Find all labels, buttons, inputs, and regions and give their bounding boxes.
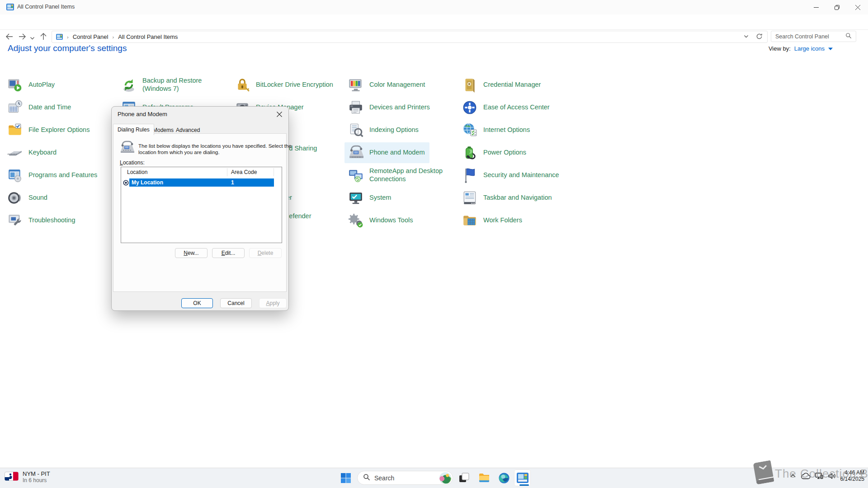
ease-of-access-icon [462,100,477,115]
control-panel-item-windows-tools[interactable]: Windows Tools [344,210,417,231]
active-app-indicator [519,484,529,486]
work-folders-icon [462,213,477,228]
radio-selected-icon[interactable] [123,179,129,188]
control-panel-app-icon [6,4,14,10]
restore-button[interactable] [826,0,847,14]
task-view-button[interactable] [456,469,472,486]
back-icon[interactable] [5,33,14,41]
phone-modem-icon [348,145,363,160]
page-title: Adjust your computer's settings [8,43,127,53]
search-icon[interactable] [845,33,852,40]
control-panel-item-date-and-time[interactable]: Date and Time [4,97,75,118]
cancel-button[interactable]: Cancel [220,298,252,308]
control-panel-item-phone-and-modem[interactable]: Phone and Modem [344,142,429,163]
view-by-control: View by: Large icons [769,45,833,52]
apply-button[interactable]: Apply [259,298,287,308]
location-row[interactable]: My Location1 [121,178,282,187]
breadcrumb-control-panel[interactable]: Control Panel [73,33,108,40]
view-by-dropdown-icon[interactable] [828,45,833,52]
control-panel-item-system[interactable]: System [344,188,396,208]
recent-locations-chevron-icon[interactable] [30,34,38,42]
item-label: Internet Options [483,126,530,134]
taskbar-clock[interactable]: 4:46 AM 6/14/2025 [840,469,864,482]
view-by-value[interactable]: Large icons [794,45,825,52]
control-panel-item-devices-and-printers[interactable]: Devices and Printers [344,97,434,118]
location-name: My Location [132,179,163,186]
hidden-icons-chevron-icon[interactable] [790,474,796,478]
control-panel-item-security-and-maintenance[interactable]: Security and Maintenance [458,165,564,186]
taskbar-search-box[interactable]: Search [357,471,453,485]
refresh-icon[interactable] [756,33,763,41]
breadcrumb-separator-icon: › [67,34,69,40]
control-panel-item-remoteapp-and-desktop-connections[interactable]: RemoteApp and Desktop Connections [344,165,448,186]
control-panel-item-autoplay[interactable]: AutoPlay [4,75,59,95]
tab-dialing-rules[interactable]: Dialing Rules [113,124,154,135]
new-button[interactable]: New... [175,248,208,258]
item-label: Work Folders [483,216,522,225]
column-location[interactable]: Location [127,169,147,175]
up-icon[interactable] [39,33,47,41]
devices-printers-icon [348,100,363,115]
system-icon [348,190,363,206]
item-label: RemoteApp and Desktop Connections [369,167,444,183]
volume-icon[interactable] [828,473,836,479]
column-divider[interactable] [227,168,227,176]
control-panel-item-internet-options[interactable]: Internet Options [458,120,534,141]
window-close-button[interactable] [847,0,868,14]
item-label: Phone and Modem [369,149,425,157]
control-panel-item-work-folders[interactable]: Work Folders [458,210,527,231]
item-label: File Explorer Options [28,126,90,134]
network-icon[interactable] [815,472,823,479]
clock-date: 6/14/2025 [840,476,864,482]
item-label: Keyboard [28,149,57,157]
windows-tools-icon [348,213,363,228]
date-time-icon [7,100,23,115]
dialog-intro-text: The list below displays the locations yo… [138,143,292,155]
column-area-code[interactable]: Area Code [231,169,257,175]
dialog-close-icon[interactable] [274,109,284,119]
address-bar[interactable]: › Control Panel › All Control Panel Item… [52,31,768,43]
control-panel-item-backup-and-restore-windows-7[interactable]: Backup and Restore (Windows 7) [118,75,212,95]
item-label: Backup and Restore (Windows 7) [142,77,208,93]
title-bar: All Control Panel Items [0,0,868,14]
minimize-button[interactable] [806,0,826,14]
control-panel-taskbar-button-active[interactable] [514,469,531,486]
control-panel-item-taskbar-and-navigation[interactable]: Taskbar and Navigation [458,188,557,208]
weather-widget[interactable]: NYM - PIT In 6 hours [5,470,50,483]
control-panel-item-troubleshooting[interactable]: Troubleshooting [4,210,80,231]
delete-button[interactable]: Delete [249,248,282,258]
onedrive-cloud-icon[interactable] [801,473,811,479]
start-button[interactable] [337,469,354,486]
forward-icon[interactable] [18,33,26,41]
ok-button[interactable]: OK [181,298,213,308]
indexing-options-icon [348,122,363,138]
credential-manager-icon [462,77,477,93]
locations-list[interactable]: Location Area Code My Location1 [121,167,282,243]
control-panel-item-credential-manager[interactable]: Credential Manager [458,75,545,95]
breadcrumb-all-items[interactable]: All Control Panel Items [118,33,178,40]
control-panel-item-keyboard[interactable]: Keyboard [4,142,61,163]
control-panel-item-programs-and-features[interactable]: Programs and Features [4,165,102,186]
control-panel-item-file-explorer-options[interactable]: File Explorer Options [4,120,94,141]
control-panel-item-indexing-options[interactable]: Indexing Options [344,120,423,141]
column-divider[interactable] [274,168,274,176]
control-panel-item-color-management[interactable]: Color Management [344,75,429,95]
control-panel-item-power-options[interactable]: Power Options [458,142,531,163]
search-control-panel-input[interactable]: Search Control Panel [771,31,856,42]
search-highlight-image[interactable] [439,472,451,484]
control-panel-item-ease-of-access-center[interactable]: Ease of Access Center [458,97,554,118]
address-dropdown-icon[interactable] [744,33,749,40]
edit-button[interactable]: Edit... [212,248,245,258]
control-panel-item-sound[interactable]: Sound [4,188,52,208]
edge-button[interactable] [495,469,512,486]
item-label: BitLocker Drive Encryption [256,81,333,89]
item-label: Devices and Printers [369,103,430,112]
file-explorer-button[interactable] [476,469,492,486]
item-label: Date and Time [28,103,71,112]
troubleshooting-icon [7,213,23,228]
breadcrumb-control-panel-icon [56,34,63,40]
locations-list-header[interactable]: Location Area Code [121,167,282,177]
item-label: Color Management [369,81,425,89]
search-placeholder: Search Control Panel [775,33,829,40]
control-panel-item-bitlocker-drive-encryption[interactable]: BitLocker Drive Encryption [231,75,338,95]
